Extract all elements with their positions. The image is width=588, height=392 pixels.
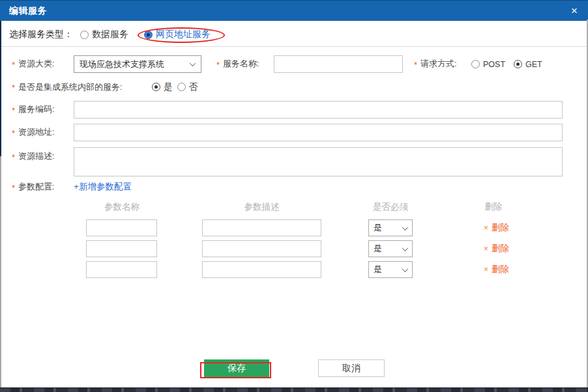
param-table-header-delete: 删除 (466, 201, 521, 213)
delete-x-icon: × (484, 266, 488, 273)
field-label-text: 是否是集成系统内部的服务: (18, 81, 123, 93)
field-label-text: 服务编码: (18, 104, 55, 115)
select-value: 现场应急技术支撑系统 (80, 59, 164, 70)
background-window-bottom-strip (0, 387, 588, 392)
radio-label: 是 (164, 81, 173, 93)
param-name-input[interactable] (86, 219, 157, 236)
background-window-edge-left-bottom (0, 156, 1, 388)
chevron-down-icon (402, 224, 409, 231)
resource-description-label: * 资源描述: (12, 148, 55, 165)
radio-checked-icon (514, 60, 522, 68)
select-value: 是 (374, 264, 382, 275)
param-required-select[interactable]: 是 (368, 240, 413, 257)
internal-service-label: * 是否是集成系统内部的服务: (12, 78, 123, 96)
dialog-title: 编辑服务 (9, 5, 47, 17)
radio-unchecked-icon (177, 83, 186, 91)
radio-post[interactable]: POST (471, 55, 505, 73)
required-asterisk: * (12, 105, 15, 115)
required-asterisk: * (12, 152, 15, 162)
delete-param-link[interactable]: × 删除 (484, 219, 509, 236)
background-window-edge-left-top (0, 21, 1, 156)
param-table-header-required: 是否必须 (358, 201, 423, 213)
radio-label: 网页地址服务 (156, 29, 211, 40)
required-asterisk: * (12, 183, 15, 193)
save-button[interactable]: 保存 (204, 359, 269, 377)
resource-address-label: * 资源地址: (12, 124, 55, 141)
param-name-input[interactable] (86, 261, 157, 278)
divider (0, 46, 588, 47)
edit-service-dialog: 编辑服务 × 选择服务类型： 数据服务 网页地址服务 * 资源大类: 现场应急技… (0, 0, 588, 392)
param-required-select[interactable]: 是 (368, 219, 413, 236)
service-name-input[interactable] (274, 55, 403, 73)
field-label-text: 资源地址: (18, 126, 55, 138)
delete-label: 删除 (492, 243, 509, 255)
field-label-text: 参数配置: (18, 181, 55, 193)
radio-unchecked-icon (80, 31, 89, 39)
radio-label: GET (525, 60, 542, 69)
add-param-config-link[interactable]: +新增参数配置 (74, 178, 132, 195)
delete-param-link[interactable]: × 删除 (484, 261, 509, 278)
delete-param-link[interactable]: × 删除 (484, 240, 509, 257)
radio-web-address-service[interactable]: 网页地址服务 (144, 25, 211, 44)
delete-label: 删除 (492, 222, 509, 234)
field-label-text: 服务名称: (223, 58, 259, 70)
field-label-text: 资源描述: (18, 150, 55, 162)
radio-checked-icon (152, 83, 160, 91)
service-type-label: 选择服务类型： (9, 25, 73, 44)
delete-label: 删除 (492, 264, 509, 275)
field-label-text: 请求方式: (420, 58, 457, 70)
param-table-header-description: 参数描述 (202, 201, 321, 213)
resource-address-input[interactable] (74, 124, 563, 141)
required-asterisk: * (12, 60, 15, 70)
radio-label: 数据服务 (92, 29, 128, 40)
chevron-down-icon (402, 245, 409, 251)
radio-internal-no[interactable]: 否 (177, 78, 198, 96)
param-config-label: * 参数配置: (12, 178, 55, 195)
resource-category-select[interactable]: 现场应急技术支撑系统 (74, 55, 201, 73)
param-table-header-name: 参数名称 (86, 201, 158, 213)
param-description-input[interactable] (202, 261, 321, 278)
chevron-down-icon (190, 60, 196, 66)
select-value: 是 (374, 222, 382, 234)
param-description-input[interactable] (202, 240, 321, 257)
required-asterisk: * (216, 60, 220, 70)
radio-unchecked-icon (471, 60, 480, 68)
radio-get[interactable]: GET (514, 55, 542, 73)
field-label-text: 资源大类: (18, 58, 55, 70)
param-description-input[interactable] (202, 219, 321, 236)
radio-label: 否 (189, 81, 198, 93)
required-asterisk: * (12, 128, 15, 138)
chevron-down-icon (402, 266, 409, 272)
service-code-input[interactable] (74, 101, 563, 119)
close-icon[interactable]: × (570, 5, 579, 16)
required-asterisk: * (12, 83, 15, 92)
required-asterisk: * (414, 60, 417, 70)
delete-x-icon: × (484, 245, 488, 253)
resource-category-label: * 资源大类: (12, 55, 55, 72)
radio-checked-icon (144, 31, 153, 39)
cancel-button[interactable]: 取消 (318, 359, 385, 377)
delete-x-icon: × (484, 224, 488, 232)
radio-data-service[interactable]: 数据服务 (80, 25, 128, 44)
service-code-label: * 服务编码: (12, 101, 55, 118)
radio-internal-yes[interactable]: 是 (152, 78, 173, 96)
radio-label: POST (483, 60, 505, 69)
param-name-input[interactable] (86, 240, 157, 257)
select-value: 是 (374, 243, 382, 255)
service-name-label: * 服务名称: (216, 55, 259, 72)
resource-description-textarea[interactable] (74, 147, 563, 176)
request-method-label: * 请求方式: (414, 55, 457, 72)
param-required-select[interactable]: 是 (368, 261, 413, 278)
dialog-titlebar: 编辑服务 × (0, 0, 588, 21)
